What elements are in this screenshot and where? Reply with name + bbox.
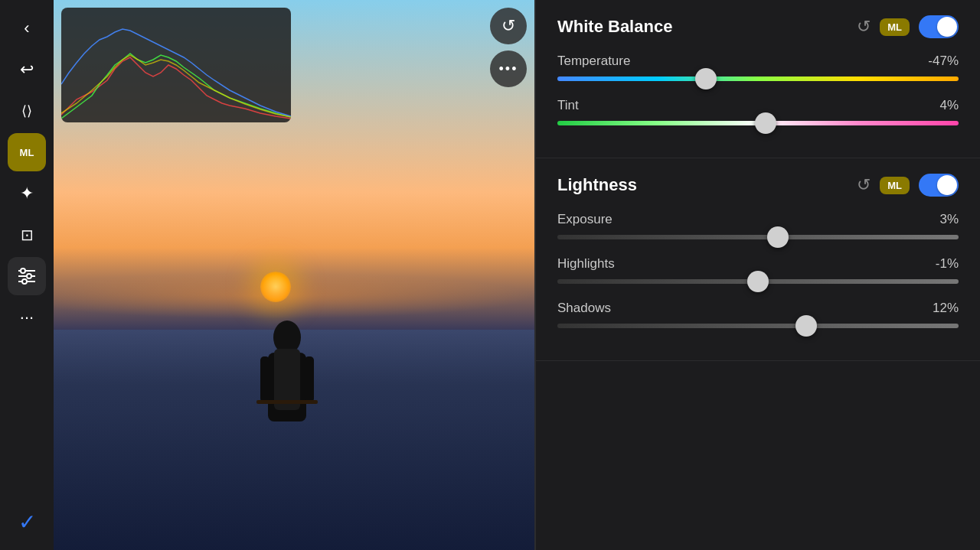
lightness-section: Lightness ↺ ML Exposure 3% Highlights [536, 158, 980, 361]
confirm-button[interactable]: ✓ [8, 503, 46, 541]
lightness-ml-badge[interactable]: ML [880, 177, 910, 194]
highlights-thumb[interactable] [747, 271, 769, 292]
tint-track[interactable] [557, 121, 959, 125]
person-silhouette [253, 314, 322, 467]
shadows-label: Shadows [557, 301, 611, 316]
svg-point-1 [21, 268, 25, 273]
highlights-label-row: Highlights -1% [557, 256, 959, 272]
svg-point-5 [22, 279, 27, 284]
adjust-button[interactable] [8, 257, 46, 295]
tint-thumb[interactable] [755, 112, 776, 134]
white-balance-toggle[interactable] [919, 15, 959, 38]
highlights-track[interactable] [557, 279, 959, 284]
white-balance-title: White Balance [557, 17, 857, 37]
lightness-reset-icon: ↺ [857, 175, 871, 195]
shadows-track[interactable] [557, 324, 959, 328]
crop-button[interactable]: ⊡ [8, 216, 46, 254]
white-balance-header: White Balance ↺ ML [557, 15, 959, 38]
more-image-button[interactable]: ••• [490, 50, 527, 87]
svg-point-3 [27, 274, 31, 278]
exposure-label-row: Exposure 3% [557, 212, 959, 227]
crop-icon: ⊡ [21, 226, 34, 244]
compare-button[interactable]: ⟨⟩ [8, 92, 46, 130]
lightness-reset-button[interactable]: ↺ [857, 175, 871, 195]
exposure-row: Exposure 3% [557, 212, 959, 239]
image-area: ↺ ••• [54, 0, 534, 550]
highlights-label: Highlights [557, 256, 615, 272]
white-balance-actions: ↺ ML [857, 15, 959, 38]
svg-rect-9 [260, 356, 270, 402]
healing-button[interactable]: ✦ [8, 174, 46, 213]
right-panel: White Balance ↺ ML Temperature -47% Tint [536, 0, 980, 550]
lightness-title: Lightness [557, 175, 857, 195]
temperature-track[interactable] [557, 76, 959, 81]
reset-image-button[interactable]: ↺ [490, 8, 527, 44]
check-icon: ✓ [18, 509, 36, 535]
temperature-label: Temperature [557, 54, 630, 69]
tint-value: 4% [939, 98, 959, 113]
back-icon: ‹ [24, 18, 29, 38]
svg-rect-11 [256, 400, 318, 404]
temperature-row: Temperature -47% [557, 54, 959, 81]
shadows-row: Shadows 12% [557, 301, 959, 328]
undo-button[interactable]: ↩ [8, 50, 46, 89]
tint-label-row: Tint 4% [557, 98, 959, 113]
ml-sidebar-label: ML [20, 147, 34, 158]
temperature-value: -47% [928, 54, 959, 69]
temperature-thumb[interactable] [695, 68, 717, 89]
highlights-row: Highlights -1% [557, 256, 959, 284]
white-balance-ml-badge[interactable]: ML [880, 18, 910, 36]
undo-icon: ↩ [20, 60, 34, 80]
shadows-thumb[interactable] [795, 315, 817, 337]
more-sidebar-button[interactable]: ··· [8, 298, 46, 337]
tint-label: Tint [557, 98, 579, 113]
tint-row: Tint 4% [557, 98, 959, 125]
white-balance-section: White Balance ↺ ML Temperature -47% Tint [536, 0, 980, 158]
temperature-label-row: Temperature -47% [557, 54, 959, 69]
reset-image-icon: ↺ [501, 16, 515, 36]
exposure-track[interactable] [557, 235, 959, 239]
image-toolbar: ↺ ••• [490, 8, 527, 87]
lightness-toggle[interactable] [919, 174, 959, 197]
shadows-value: 12% [933, 301, 959, 316]
exposure-label: Exposure [557, 212, 612, 227]
exposure-thumb[interactable] [767, 226, 789, 248]
sidebar: ‹ ↩ ⟨⟩ ML ✦ ⊡ ··· ✓ [0, 0, 54, 550]
histogram [61, 8, 291, 122]
highlights-value: -1% [936, 256, 959, 272]
ml-button[interactable]: ML [8, 133, 46, 171]
back-button[interactable]: ‹ [8, 9, 46, 47]
compare-icon: ⟨⟩ [21, 103, 32, 119]
lightness-actions: ↺ ML [857, 174, 959, 197]
healing-icon: ✦ [20, 184, 34, 203]
lightness-header: Lightness ↺ ML [557, 174, 959, 197]
white-balance-reset-button[interactable]: ↺ [857, 17, 871, 37]
more-image-icon: ••• [499, 61, 518, 77]
white-balance-reset-icon: ↺ [857, 17, 871, 37]
exposure-value: 3% [939, 212, 959, 227]
adjust-icon [17, 268, 37, 285]
more-sidebar-icon: ··· [20, 308, 34, 327]
shadows-label-row: Shadows 12% [557, 301, 959, 316]
svg-rect-10 [305, 356, 314, 402]
